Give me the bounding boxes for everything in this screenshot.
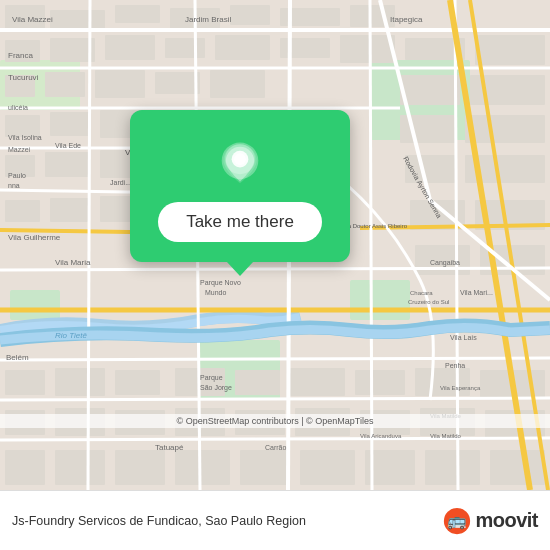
svg-line-86 — [0, 438, 550, 440]
svg-rect-53 — [290, 368, 345, 396]
svg-rect-38 — [400, 75, 460, 105]
svg-rect-17 — [215, 35, 270, 60]
svg-line-80 — [0, 230, 130, 232]
svg-rect-7 — [50, 10, 105, 30]
svg-rect-52 — [235, 370, 280, 395]
svg-text:Jardim Brasil: Jardim Brasil — [185, 15, 231, 24]
svg-text:Vila Aricanduva: Vila Aricanduva — [360, 433, 402, 439]
svg-rect-71 — [300, 450, 355, 485]
svg-text:Tatuapé: Tatuapé — [155, 443, 184, 452]
svg-text:Jardi...: Jardi... — [110, 179, 131, 186]
svg-text:🚌: 🚌 — [447, 511, 467, 530]
svg-rect-54 — [355, 370, 405, 395]
svg-rect-24 — [95, 70, 145, 98]
navigation-popup: Take me there — [130, 110, 350, 262]
svg-text:ulicéia: ulicéia — [8, 104, 28, 111]
svg-rect-15 — [105, 35, 155, 60]
svg-text:São Jorge: São Jorge — [200, 384, 232, 392]
svg-rect-28 — [50, 112, 90, 136]
svg-rect-19 — [340, 35, 395, 63]
svg-text:Parque: Parque — [200, 374, 223, 382]
svg-text:Penha: Penha — [445, 362, 465, 369]
svg-rect-41 — [465, 115, 545, 143]
svg-text:Vila Maria: Vila Maria — [55, 258, 91, 267]
svg-rect-48 — [5, 370, 45, 395]
svg-text:Vila Mari...: Vila Mari... — [460, 289, 493, 296]
moovit-logo: 🚌 moovit — [443, 507, 538, 535]
moovit-bus-icon: 🚌 — [443, 507, 471, 535]
svg-rect-2 — [350, 280, 410, 320]
svg-rect-50 — [115, 370, 160, 395]
svg-text:Mundo: Mundo — [205, 289, 227, 296]
svg-rect-23 — [45, 72, 85, 97]
svg-rect-14 — [50, 38, 95, 62]
svg-line-84 — [0, 358, 550, 360]
svg-rect-55 — [415, 368, 470, 396]
svg-text:Vila Laís: Vila Laís — [450, 334, 477, 341]
svg-text:Belém: Belém — [6, 353, 29, 362]
svg-text:Cangaiba: Cangaiba — [430, 259, 460, 267]
map-container: Vila Mazzei Jardim Brasil Itapegica Fran… — [0, 0, 550, 490]
location-name: Js-Foundry Servicos de Fundicao, Sao Pau… — [12, 514, 435, 528]
svg-text:Vila Ede: Vila Ede — [55, 142, 81, 149]
svg-line-82 — [0, 268, 550, 270]
svg-text:Chacara: Chacara — [410, 290, 433, 296]
svg-rect-16 — [165, 38, 205, 58]
svg-text:Tucuruvi: Tucuruvi — [8, 73, 39, 82]
svg-rect-68 — [115, 450, 165, 485]
svg-rect-10 — [230, 5, 270, 25]
svg-rect-73 — [425, 450, 480, 485]
svg-rect-36 — [50, 198, 90, 222]
svg-text:Mazzei: Mazzei — [8, 146, 31, 153]
svg-text:Vila Guilherme: Vila Guilherme — [8, 233, 61, 242]
svg-rect-67 — [55, 450, 105, 485]
svg-rect-18 — [280, 38, 330, 58]
svg-point-130 — [234, 153, 246, 165]
svg-rect-12 — [350, 5, 395, 27]
svg-text:Cruzeiro do Sul: Cruzeiro do Sul — [408, 299, 449, 305]
svg-text:Vila Mazzei: Vila Mazzei — [12, 15, 53, 24]
footer: Js-Foundry Servicos de Fundicao, Sao Pau… — [0, 490, 550, 550]
svg-rect-69 — [175, 450, 230, 485]
svg-text:Vila Matildo: Vila Matildo — [430, 433, 462, 439]
svg-rect-35 — [5, 200, 40, 222]
svg-line-85 — [0, 398, 550, 400]
svg-rect-49 — [55, 368, 105, 396]
svg-rect-32 — [45, 152, 90, 177]
svg-rect-74 — [490, 450, 545, 485]
svg-rect-8 — [115, 5, 160, 23]
take-me-there-button[interactable]: Take me there — [158, 202, 322, 242]
svg-rect-70 — [240, 450, 290, 485]
svg-text:Vila Isolina: Vila Isolina — [8, 134, 42, 141]
svg-text:Paulo: Paulo — [8, 172, 26, 179]
svg-rect-21 — [475, 35, 545, 65]
svg-rect-3 — [10, 290, 60, 320]
svg-text:Itapegica: Itapegica — [390, 15, 423, 24]
svg-text:nna: nna — [8, 182, 20, 189]
location-pin-icon — [215, 140, 265, 190]
moovit-brand-text: moovit — [475, 509, 538, 532]
svg-rect-26 — [210, 70, 265, 98]
map-attribution: © OpenStreetMap contributors | © OpenMap… — [0, 414, 550, 428]
svg-rect-25 — [155, 72, 200, 94]
svg-text:Franca: Franca — [8, 51, 33, 60]
svg-text:Vila Esperança: Vila Esperança — [440, 385, 481, 391]
svg-text:Parque Novo: Parque Novo — [200, 279, 241, 287]
svg-text:Rio Tietê: Rio Tietê — [55, 331, 87, 340]
svg-text:Rua Doutor Assis Ribeiro: Rua Doutor Assis Ribeiro — [340, 223, 408, 229]
svg-text:Carrão: Carrão — [265, 444, 287, 451]
svg-rect-66 — [5, 450, 45, 485]
